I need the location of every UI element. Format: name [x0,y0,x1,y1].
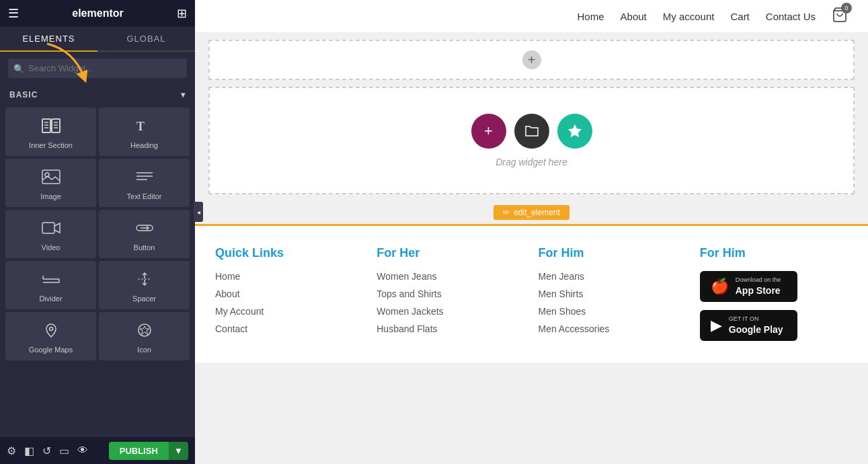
history-icon[interactable]: ↺ [42,444,51,457]
nav-home[interactable]: Home [578,11,604,22]
svg-rect-0 [42,119,50,132]
collapse-sidebar-button[interactable]: ◂ [194,202,203,222]
settings-icon[interactable]: ⚙ [7,444,16,457]
footer-col-quick-links: Quick Links Home About My Account Contac… [215,246,363,349]
icon-widget-icon [135,323,154,342]
footer-for-her-title: For Her [377,246,524,260]
hamburger-icon[interactable]: ☰ [0,6,27,21]
drag-icons-row: + [471,114,592,149]
widget-text-editor[interactable]: Text Editor [99,159,190,207]
publish-main-button[interactable]: PUBLISH [109,442,169,460]
widget-icon[interactable]: Icon [99,312,190,360]
svg-rect-9 [42,170,60,184]
pencil-icon: ✏ [503,208,510,217]
spacer-icon [135,272,154,291]
svg-text:T: T [136,120,145,133]
button-icon [135,221,154,239]
apple-icon: 🍎 [711,278,729,295]
sidebar: ELEMENTS GLOBAL 🔍 BASIC ▾ [0,27,195,464]
top-drop-zone[interactable]: + [208,40,855,80]
widget-spacer[interactable]: Spacer [99,261,190,309]
footer-link-my-account[interactable]: My Account [215,306,363,317]
sidebar-tabs: ELEMENTS GLOBAL [0,27,195,52]
footer-link-contact[interactable]: Contact [215,323,363,334]
grid-icon[interactable]: ⊞ [169,6,195,21]
svg-marker-26 [140,326,149,334]
preview-icon[interactable]: 👁 [77,444,88,457]
footer-link-home[interactable]: Home [215,271,363,282]
tab-elements[interactable]: ELEMENTS [0,27,97,52]
app-store-button[interactable]: 🍎 Download on the App Store [700,271,797,302]
add-widget-icon[interactable]: + [471,114,506,149]
footer-link-tops-shirts[interactable]: Tops and Shirts [377,288,524,299]
nav-cart[interactable]: Cart [730,11,749,22]
nav-my-account[interactable]: My account [663,11,715,22]
widget-google-maps[interactable]: Google Maps [5,312,96,360]
footer-col-for-her: For Her Women Jeans Tops and Shirts Wome… [377,246,524,349]
add-section-button[interactable]: + [522,50,541,69]
widget-button[interactable]: Button [99,210,190,258]
inner-section-icon [42,118,61,137]
footer-link-women-jeans[interactable]: Women Jeans [377,271,524,282]
widget-video[interactable]: Video [5,210,96,258]
widget-inner-section[interactable]: Inner Section [5,108,96,156]
app-store-small-text: Download on the [736,276,781,284]
search-input[interactable] [8,59,187,78]
widget-spacer-label: Spacer [132,295,156,303]
google-play-button[interactable]: ▶ GET IT ON Google Play [700,310,797,341]
footer-col-for-him: For Him Men Jeans Men Shirts Men Shoes M… [539,246,686,349]
footer-link-husband-flats[interactable]: Husband Flats [377,323,524,334]
elementor-topbar: ☰ elementor ⊞ [0,0,195,27]
footer-link-women-jackets[interactable]: Women Jackets [377,306,524,317]
widget-divider[interactable]: Divider [5,261,96,309]
svg-point-24 [49,327,52,331]
drag-widget-zone[interactable]: + Drag widget here [208,87,855,194]
widget-icon-label: Icon [137,346,151,354]
elementor-logo: elementor [27,7,169,20]
widget-inner-section-label: Inner Section [29,141,73,149]
nav-about[interactable]: About [621,11,647,22]
footer-for-him-title: For Him [539,246,686,260]
widget-heading[interactable]: T Heading [99,108,190,156]
footer-columns: Quick Links Home About My Account Contac… [215,246,848,349]
text-editor-icon [135,169,154,188]
publish-button[interactable]: PUBLISH ▼ [109,442,188,460]
layers-icon[interactable]: ◧ [24,444,34,457]
canvas-area: + + Drag widget here [195,40,868,362]
svg-rect-14 [42,223,54,233]
nav-contact-us[interactable]: Contact Us [766,11,816,22]
drag-text: Drag widget here [496,157,567,167]
footer-link-men-shoes[interactable]: Men Shoes [539,306,686,317]
footer-link-men-jeans[interactable]: Men Jeans [539,271,686,282]
divider-icon [42,272,61,291]
app-store-large-text: App Store [736,284,781,297]
widget-image[interactable]: Image [5,159,96,207]
widget-divider-label: Divider [39,295,62,303]
footer-link-men-accessories[interactable]: Men Accessories [539,323,686,334]
google-play-icon: ▶ [711,317,722,334]
cart-icon[interactable]: 0 [832,7,848,26]
footer-link-about[interactable]: About [215,288,363,299]
cart-badge: 0 [841,3,852,13]
responsive-icon[interactable]: ▭ [59,444,69,457]
google-play-small-text: GET IT ON [729,315,783,323]
bottom-toolbar: ⚙ ◧ ↺ ▭ 👁 PUBLISH ▼ [0,437,195,464]
edit-bar-container: ✏ edit_element [195,201,868,224]
main-content: Home About My account Cart Contact Us 0 … [195,0,868,464]
basic-section-label: BASIC [9,90,38,100]
widget-text-editor-label: Text Editor [127,192,162,200]
basic-section-header[interactable]: BASIC ▾ [0,85,195,105]
footer-col-apps: For Him 🍎 Download on the App Store ▶ GE… [700,246,848,349]
video-icon [42,221,61,239]
site-navbar: Home About My account Cart Contact Us 0 [195,0,868,33]
edit-element-button[interactable]: ✏ edit_element [494,205,569,220]
star-icon[interactable] [557,114,592,149]
publish-dropdown-button[interactable]: ▼ [169,442,188,460]
folder-icon[interactable] [514,114,549,149]
tab-global[interactable]: GLOBAL [97,27,195,50]
widget-heading-label: Heading [130,141,158,149]
heading-icon: T [135,118,154,137]
footer-link-men-shirts[interactable]: Men Shirts [539,288,686,299]
google-play-large-text: Google Play [729,323,783,336]
widget-video-label: Video [42,243,61,252]
